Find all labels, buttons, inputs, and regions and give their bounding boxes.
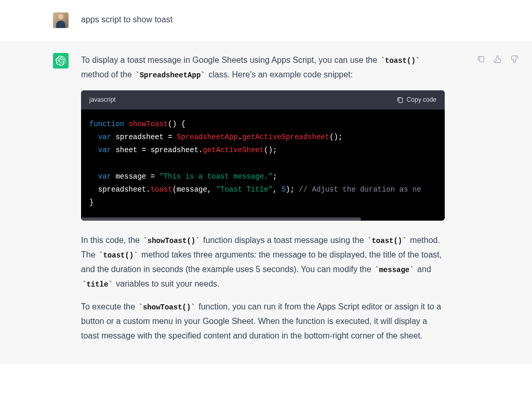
code-block: javascript Copy code function showToast(… [81,90,445,221]
openai-logo-icon [56,56,66,66]
tok: () [168,120,177,128]
tok: "This is a toast message." [159,172,272,181]
tok: sheet = spreadsheet. [111,146,203,154]
text-segment: To display a toast message in Google She… [81,56,380,64]
user-message-row: apps script to show toast [0,0,532,40]
thumbs-down-button[interactable] [508,53,521,65]
tok: { [177,120,185,128]
thumbs-up-icon [494,55,502,63]
tok: (message, [172,185,216,194]
inline-code: title [81,280,114,289]
text-segment: variables to suit your needs. [114,279,220,288]
code-scrollbar-track[interactable] [81,218,445,221]
code-header: javascript Copy code [81,90,445,110]
inline-code: SpreadsheetApp [134,71,206,79]
tok: SpreadsheetApp [177,133,238,141]
user-avatar [53,12,69,28]
inline-code: showToast() [142,237,201,245]
tok: // Adjust the duration as ne [299,185,421,194]
tok: ; [273,172,277,181]
thumbs-up-button[interactable] [491,53,504,65]
message-actions [475,53,521,65]
copy-message-button[interactable] [475,53,487,65]
inline-code: toast() [366,237,408,245]
clipboard-icon [477,55,485,63]
assistant-paragraph-2: In this code, the showToast() function d… [81,233,445,291]
assistant-message-row: To display a toast message in Google She… [0,40,532,364]
text-segment: To execute the [81,302,138,311]
tok: showToast [129,120,168,128]
text-segment: and [415,265,431,274]
tok: spreadsheet. [89,185,151,194]
svg-rect-1 [480,57,484,62]
inline-code: toast() [380,57,421,65]
text-segment: function displays a toast message using … [201,236,366,245]
assistant-avatar [53,53,69,69]
inline-code: message [374,266,415,274]
tok: "Toast Title" [216,185,273,194]
tok: (); [329,133,342,141]
svg-rect-0 [398,98,402,102]
tok: . [238,133,242,141]
inline-code: toast() [98,251,139,260]
tok: spreadsheet = [111,133,177,141]
tok: function [89,120,124,128]
clipboard-icon [396,97,404,104]
text-segment: method of the [81,70,134,79]
tok: 5 [282,185,286,194]
tok: toast [151,185,172,194]
tok: ); [286,185,299,194]
user-message-text: apps script to show toast [81,12,445,28]
assistant-paragraph-3: To execute the showToast() function, you… [81,300,445,343]
code-language-label: javascript [89,94,116,105]
tok: getActiveSpreadsheet [242,133,329,141]
tok: (); [264,146,277,154]
code-scrollbar-thumb[interactable] [81,218,361,221]
text-segment: In this code, the [81,236,142,245]
thumbs-down-icon [510,55,518,63]
tok: var [98,172,111,181]
tok: , [273,185,282,194]
inline-code: showToast() [138,303,196,312]
tok: getActiveSheet [203,146,264,154]
text-segment: class. Here's an example code snippet: [206,70,353,79]
tok: var [98,146,111,154]
code-body[interactable]: function showToast() { var spreadsheet =… [81,110,445,218]
assistant-message-content: To display a toast message in Google She… [81,53,445,351]
copy-code-button[interactable]: Copy code [396,94,436,105]
tok: } [89,198,94,207]
tok: var [98,133,111,141]
tok: message = [111,172,159,181]
assistant-intro-paragraph: To display a toast message in Google She… [81,53,445,82]
copy-code-label: Copy code [407,94,436,105]
